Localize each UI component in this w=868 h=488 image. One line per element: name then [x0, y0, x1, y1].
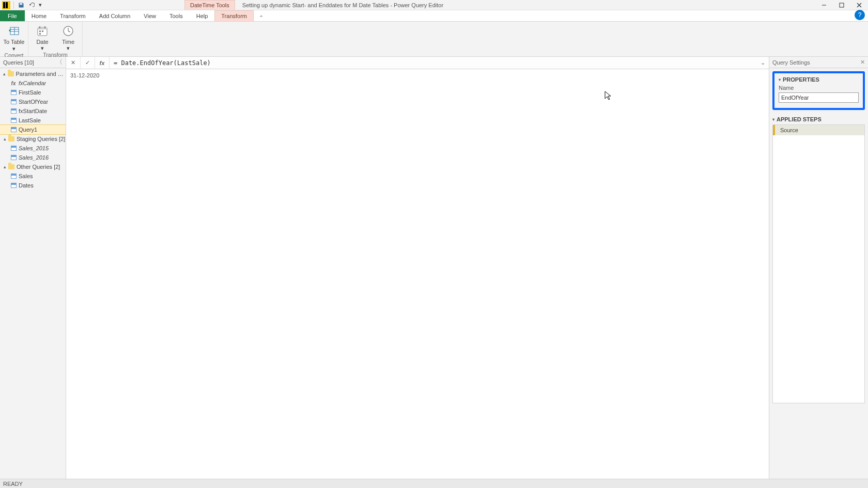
tab-transform[interactable]: Transform — [53, 10, 92, 21]
to-table-icon — [7, 24, 21, 38]
body: Queries [10] 〈 ▴Parameters and Fu...fxfx… — [0, 57, 868, 479]
ribbon-group-convert: To Table ▾ Convert — [0, 22, 28, 56]
table-icon — [10, 154, 17, 161]
tab-view[interactable]: View — [137, 10, 163, 21]
close-settings-icon[interactable]: ✕ — [860, 59, 865, 66]
query-label: fxStartDate — [19, 108, 47, 114]
app-icon — [2, 1, 10, 9]
properties-title: PROPERTIES — [779, 76, 859, 83]
query-item[interactable]: Sales — [0, 171, 66, 181]
query-label: StartOfYear — [19, 99, 48, 105]
applied-steps-title: APPLIED STEPS — [772, 116, 865, 122]
query-settings-title: Query Settings — [772, 59, 810, 66]
ribbon: To Table ▾ Convert Date▾ Time▾ — [0, 22, 868, 57]
tab-help[interactable]: Help — [190, 10, 215, 21]
date-button[interactable]: Date▾ — [32, 23, 53, 51]
queries-group[interactable]: ▴Parameters and Fu... — [0, 69, 66, 78]
preview-area: 31-12-2020 — [66, 69, 769, 479]
preview-value: 31-12-2020 — [70, 72, 99, 78]
query-item[interactable]: LastSale — [0, 116, 66, 125]
applied-step[interactable]: Source — [773, 125, 864, 135]
query-item[interactable]: Query1 — [0, 125, 66, 134]
query-label: LastSale — [19, 117, 41, 123]
date-icon — [35, 24, 50, 38]
formula-cancel-button[interactable]: ✕ — [66, 57, 81, 69]
name-label: Name — [779, 85, 859, 91]
table-icon — [10, 98, 17, 105]
ribbon-tabs: File Home Transform Add Column View Tool… — [0, 10, 868, 22]
to-table-button[interactable]: To Table ▾ — [3, 23, 25, 52]
table-icon — [10, 107, 17, 115]
titlebar: ▾ DateTime Tools Setting up dynamic Star… — [0, 0, 868, 10]
queries-group[interactable]: ▴Other Queries [2] — [0, 162, 66, 171]
tab-add-column[interactable]: Add Column — [92, 10, 137, 21]
formula-fx-button[interactable]: fx — [95, 57, 110, 69]
save-icon[interactable] — [17, 1, 25, 9]
collapse-queries-icon[interactable]: 〈 — [56, 58, 63, 67]
queries-header-label: Queries [10] — [3, 59, 34, 66]
tab-tools[interactable]: Tools — [163, 10, 190, 21]
query-label: Query1 — [19, 127, 37, 133]
collapse-ribbon-icon[interactable]: ⌃ — [256, 14, 267, 21]
query-label: Sales_2015 — [19, 145, 49, 151]
formula-input[interactable] — [110, 57, 756, 69]
formula-expand-icon[interactable]: ⌄ — [756, 59, 769, 66]
close-button[interactable] — [850, 0, 868, 10]
group-label: Other Queries [2] — [17, 164, 60, 170]
query-item[interactable]: FirstSale — [0, 88, 66, 97]
folder-icon — [7, 70, 14, 77]
table-icon — [10, 182, 17, 189]
fx-icon: fx — [10, 80, 17, 87]
query-label: Sales — [19, 173, 33, 179]
query-item[interactable]: Sales_2016 — [0, 153, 66, 162]
time-button[interactable]: Time▾ — [57, 23, 79, 51]
query-settings-pane: Query Settings ✕ PROPERTIES Name APPLIED… — [769, 57, 868, 479]
group-label: Staging Queries [2] — [17, 136, 65, 142]
query-item[interactable]: Dates — [0, 181, 66, 190]
queries-group[interactable]: ▴Staging Queries [2] — [0, 134, 66, 144]
query-settings-header: Query Settings ✕ — [769, 57, 868, 68]
window-controls — [815, 0, 868, 10]
expand-icon[interactable]: ▴ — [2, 71, 7, 76]
query-item[interactable]: StartOfYear — [0, 97, 66, 106]
queries-pane: Queries [10] 〈 ▴Parameters and Fu...fxfx… — [0, 57, 66, 479]
context-tab-label: DateTime Tools — [184, 0, 235, 10]
minimize-button[interactable] — [815, 0, 833, 10]
help-icon[interactable]: ? — [855, 10, 865, 20]
window-title: Setting up dynamic Start- and Enddates f… — [242, 2, 815, 8]
undo-icon[interactable] — [27, 1, 36, 9]
quick-access-toolbar: ▾ — [15, 1, 45, 9]
formula-commit-button[interactable]: ✓ — [81, 57, 95, 69]
expand-icon[interactable]: ▴ — [2, 136, 7, 141]
date-label: Date▾ — [36, 39, 48, 51]
time-label: Time▾ — [62, 39, 74, 51]
svg-rect-12 — [39, 30, 41, 32]
tab-context-transform[interactable]: Transform — [214, 10, 254, 21]
expand-icon[interactable]: ▴ — [2, 164, 7, 169]
applied-steps-list: Source — [772, 124, 865, 403]
qat-dropdown-icon[interactable]: ▾ — [38, 1, 43, 9]
center-area: ✕ ✓ fx ⌄ 31-12-2020 — [66, 57, 769, 479]
maximize-button[interactable] — [833, 0, 850, 10]
status-text: READY — [3, 481, 23, 487]
table-icon — [10, 145, 17, 152]
queries-header: Queries [10] 〈 — [0, 57, 66, 68]
tab-home[interactable]: Home — [25, 10, 53, 21]
table-icon — [10, 126, 17, 133]
table-icon — [10, 89, 17, 96]
status-bar: READY — [0, 479, 868, 488]
query-item[interactable]: fxfxCalendar — [0, 78, 66, 88]
group-label: Parameters and Fu... — [16, 71, 66, 77]
svg-rect-14 — [39, 33, 41, 35]
query-item[interactable]: Sales_2015 — [0, 144, 66, 153]
folder-icon — [8, 135, 15, 143]
to-table-label: To Table ▾ — [3, 39, 25, 52]
query-label: FirstSale — [19, 89, 41, 96]
tab-file[interactable]: File — [0, 10, 25, 21]
name-input[interactable] — [779, 92, 859, 103]
query-settings-body: PROPERTIES Name APPLIED STEPS Source — [769, 68, 868, 479]
query-label: Dates — [19, 182, 34, 188]
query-item[interactable]: fxStartDate — [0, 106, 66, 116]
ribbon-group-transform: Date▾ Time▾ Transform — [28, 22, 83, 56]
properties-section: PROPERTIES Name — [772, 71, 865, 110]
